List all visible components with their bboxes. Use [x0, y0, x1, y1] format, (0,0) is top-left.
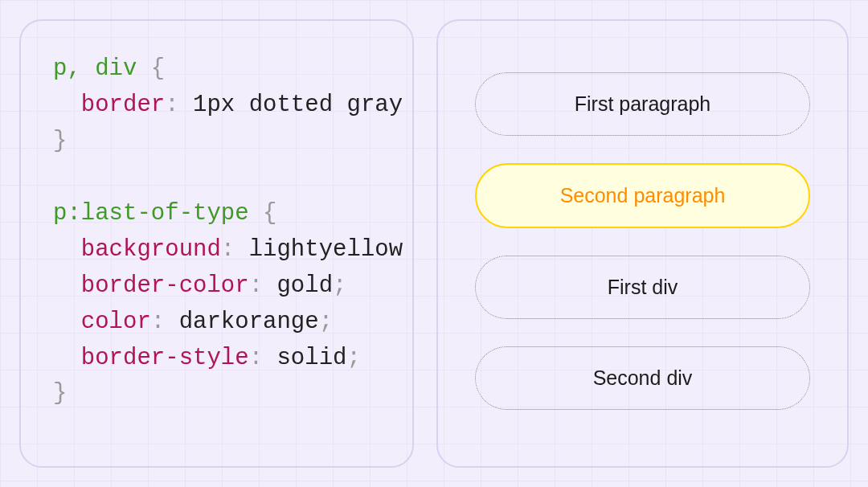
semicolon: ;: [346, 345, 360, 371]
semicolon: ;: [319, 309, 333, 335]
css-property: border-style: [81, 345, 249, 371]
css-value: solid: [276, 345, 346, 371]
colon: :: [221, 236, 235, 263]
css-value: 1px dotted gray: [193, 92, 403, 118]
css-value: darkorange: [179, 309, 319, 335]
css-property: border-color: [81, 272, 249, 299]
css-property: background: [81, 236, 221, 263]
brace-close: }: [53, 128, 67, 154]
rendered-output-panel: First paragraph Second paragraph First d…: [436, 19, 849, 468]
css-property: color: [81, 309, 151, 335]
css-value: gold: [276, 272, 333, 299]
css-value: lightyellow: [249, 236, 403, 263]
css-property: border: [81, 92, 165, 118]
colon: :: [151, 309, 165, 335]
selector: p:last-of-type: [53, 200, 249, 227]
rendered-div: First div: [475, 256, 810, 319]
rendered-paragraph-highlighted: Second paragraph: [475, 163, 810, 228]
colon: :: [249, 345, 263, 371]
selector: p, div: [53, 55, 137, 82]
rendered-div: Second div: [475, 346, 810, 410]
rendered-paragraph: First paragraph: [475, 72, 810, 136]
colon: :: [165, 92, 178, 118]
colon: :: [249, 272, 263, 299]
brace-open: {: [151, 55, 165, 82]
semicolon: ;: [333, 272, 346, 299]
brace-close: }: [53, 380, 67, 407]
css-code-panel: p, div { border: 1px dotted gray } p:las…: [19, 19, 414, 468]
brace-open: {: [263, 200, 276, 227]
